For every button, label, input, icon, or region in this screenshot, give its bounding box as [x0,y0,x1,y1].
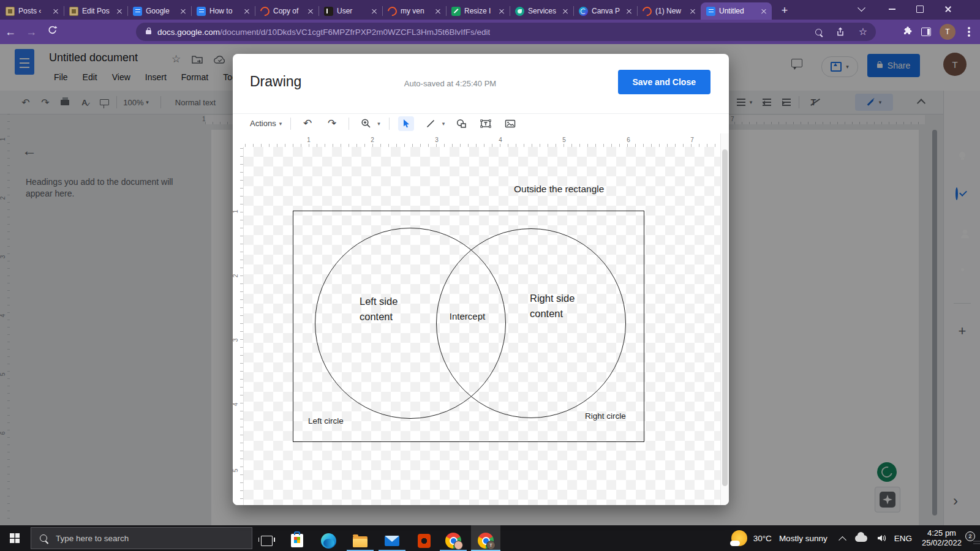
tab-new[interactable]: (1) New [637,2,701,20]
window-maximize-button[interactable] [908,0,932,18]
clock[interactable]: 4:25 pm25/02/2022 [922,528,962,548]
left-side-content-label[interactable]: Left side content [360,294,409,324]
outside-rectangle-label[interactable]: Outside the rectangle [514,184,604,195]
zoom-tool-icon[interactable] [358,116,374,131]
share-icon[interactable] [835,27,845,37]
tab-label: How to [209,7,239,15]
window-minimize-button[interactable] [880,0,904,18]
tab-label: Untitled [719,7,756,15]
extensions-puzzle-icon[interactable] [902,26,913,37]
mail-button[interactable] [377,530,407,551]
task-view-icon [261,536,273,546]
show-hidden-icons-chevron[interactable] [839,536,846,544]
close-icon[interactable] [561,7,570,15]
invideo-favicon [641,4,654,17]
search-input[interactable] [55,533,228,544]
close-icon[interactable] [688,7,697,15]
speaker-icon[interactable] [876,533,887,543]
edge-button[interactable] [314,530,343,551]
shape-tool-icon[interactable] [453,116,469,131]
chevron-down-icon[interactable]: ▾ [442,121,445,127]
browser-menu-icon[interactable] [968,31,970,33]
right-circle-label[interactable]: Right circle [585,411,626,421]
ruler-number: 2 [371,137,374,143]
close-icon[interactable] [370,7,379,15]
drawing-canvas[interactable]: Outside the rectangle Left side content … [244,147,720,505]
tab-copy-of[interactable]: Copy of [255,2,318,20]
language-indicator[interactable]: ENG [894,534,912,543]
bookmark-star-icon[interactable]: ☆ [859,27,867,37]
drawing-dialog: Drawing Auto-saved at 4:25:40 PM Save an… [233,54,729,505]
right-side-content-label[interactable]: Right side content [530,291,581,321]
profile-photo-badge [454,541,463,550]
tab-user[interactable]: User [318,2,382,20]
close-icon [944,5,952,13]
date-text: 25/02/2022 [922,538,962,547]
weather-temp[interactable]: 30°C [753,534,772,543]
redo-icon[interactable]: ↷ [324,116,340,131]
file-explorer-button[interactable] [345,530,375,551]
chrome-profile2-button[interactable]: T [471,530,500,551]
close-icon[interactable] [434,7,442,15]
close-icon[interactable] [243,7,251,15]
text-box-tool-icon[interactable] [478,116,494,131]
microsoft-store-button[interactable] [282,530,312,551]
left-circle-label[interactable]: Left circle [308,416,344,425]
edge-icon [321,533,336,549]
back-button[interactable]: ← [0,26,21,39]
canva-favicon [579,7,588,16]
close-icon[interactable] [306,7,315,15]
ruler-number: 3 [233,339,239,342]
close-icon[interactable] [625,7,633,15]
close-icon[interactable] [179,7,187,15]
tab-untitled-active[interactable]: Untitled [701,2,772,20]
right-circle-shape[interactable] [436,228,626,418]
windows-logo-icon [10,533,20,543]
tab-posts[interactable]: Posts ‹ [0,2,64,20]
chevron-down-icon[interactable]: ▾ [377,121,380,127]
start-button[interactable] [0,525,29,551]
insert-image-tool-icon[interactable] [502,116,518,131]
select-tool-icon[interactable] [398,116,414,131]
docs-favicon [706,7,715,16]
office-button[interactable] [409,530,439,551]
tab-label: Posts ‹ [18,7,48,15]
window-close-button[interactable] [936,0,960,18]
tab-resize[interactable]: Resize I [446,2,510,20]
tab-label: User [337,7,366,15]
close-icon[interactable] [760,7,768,15]
zoom-icon[interactable] [815,29,822,36]
task-view-button[interactable] [252,530,281,551]
taskbar-search[interactable] [31,527,252,549]
drawing-scrollbar[interactable] [720,133,729,505]
chrome-profile1-button[interactable] [439,530,468,551]
undo-icon[interactable]: ↶ [300,116,315,131]
ruler-corner [233,133,244,147]
tab-edit-post[interactable]: Edit Pos [64,2,127,20]
close-icon[interactable] [51,7,60,15]
intercept-label[interactable]: Intercept [441,311,494,321]
side-panel-icon[interactable] [921,28,931,36]
browser-avatar[interactable]: T [940,24,956,40]
new-tab-button[interactable]: + [777,2,793,18]
close-icon[interactable] [115,7,124,15]
weather-desc[interactable]: Mostly sunny [779,534,827,543]
tab-my-ven[interactable]: my ven [382,2,446,20]
line-tool-icon[interactable] [423,116,439,131]
url-bar[interactable]: docs.google.com/document/d/10DkdsVC1cgtF… [136,23,876,41]
tab-search-chevron[interactable] [849,0,873,18]
tab-canva[interactable]: Canva P [573,2,637,20]
time-text: 4:25 pm [927,528,956,538]
close-icon[interactable] [497,7,506,15]
tab-services[interactable]: Services [510,2,573,20]
forward-button[interactable]: → [21,26,42,39]
tab-google[interactable]: Google [127,2,191,20]
onedrive-cloud-icon[interactable] [855,535,867,542]
actions-menu[interactable]: Actions▾ [250,119,282,128]
screen: Posts ‹ Edit Pos Google How to Copy of U… [0,0,980,551]
tab-how-to[interactable]: How to [191,2,255,20]
save-and-close-button[interactable]: Save and Close [618,70,711,94]
reload-button[interactable] [42,25,62,39]
weather-icon[interactable] [731,530,747,546]
lock-icon [146,30,151,34]
